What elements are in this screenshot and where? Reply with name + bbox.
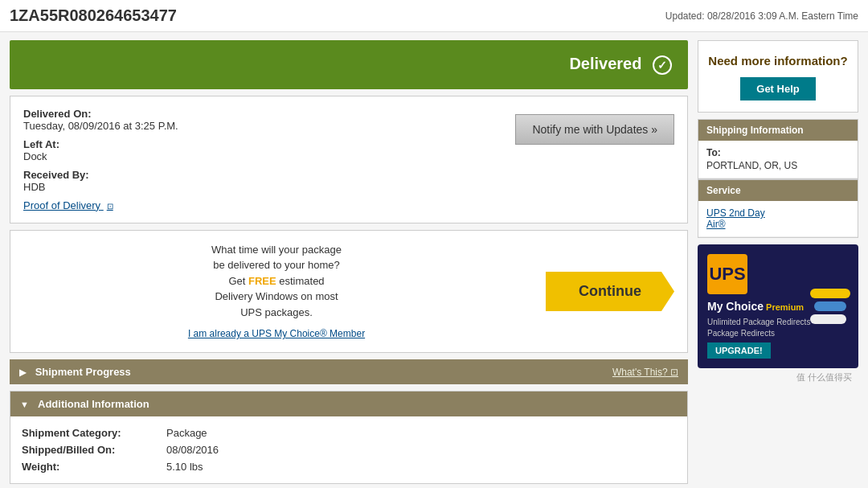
my-choice-member-link[interactable]: I am already a UPS My Choice® Member: [23, 326, 530, 341]
my-choice-title: My Choice: [707, 300, 764, 313]
promo-line6: UPS packages.: [240, 306, 313, 318]
promo-text: What time will your package be delivered…: [23, 242, 530, 342]
delivered-banner: Delivered ✓: [10, 40, 688, 89]
weight-value: 5.10 lbs: [166, 461, 203, 473]
delivery-info-left: Delivered On: Tuesday, 08/09/2016 at 3:2…: [23, 108, 499, 211]
to-value: PORTLAND, OR, US: [706, 160, 850, 171]
promo-line1: What time will your package: [211, 244, 342, 256]
delivered-status-text: Delivered: [569, 55, 641, 72]
additional-info-header[interactable]: ▼ Additional Information: [10, 392, 687, 416]
need-more-info-box: Need more information? Get Help: [698, 40, 858, 113]
notify-updates-button[interactable]: Notify me with Updates »: [515, 114, 674, 145]
external-link-icon: ⊡: [107, 202, 113, 211]
received-by-label: Received By:: [23, 169, 499, 181]
table-row: Shipment Category: Package: [22, 424, 676, 441]
additional-info-label: Additional Information: [38, 398, 149, 410]
shipment-category-value: Package: [166, 427, 207, 439]
delivered-on-value: Tuesday, 08/09/2016 at 3:25 P.M.: [23, 120, 499, 132]
expand-icon: ▼: [20, 400, 29, 409]
proof-of-delivery-link[interactable]: Proof of Delivery ⊡: [23, 199, 113, 211]
left-at-value: Dock: [23, 150, 499, 162]
watermark: 值 什么值得买: [698, 368, 858, 387]
weight-label: Weight:: [22, 461, 166, 473]
notify-btn-container: Notify me with Updates »: [515, 108, 674, 211]
upgrade-button[interactable]: UPGRADE!: [707, 342, 771, 359]
need-more-info-title: Need more information?: [708, 52, 848, 69]
service-section: Service UPS 2nd DayAir®: [698, 179, 858, 238]
additional-info-section: ▼ Additional Information Shipment Catego…: [10, 391, 688, 484]
arrow-white: [810, 314, 846, 324]
ups-ad-arrows: [810, 244, 858, 368]
continue-button[interactable]: Continue: [546, 272, 674, 311]
promo-line4: estimated: [276, 275, 325, 287]
shipping-info-header: Shipping Information: [698, 120, 858, 141]
table-row: Weight: 5.10 lbs: [22, 458, 676, 475]
arrow-yellow: [810, 289, 850, 298]
shipment-category-label: Shipment Category:: [22, 427, 166, 439]
table-row: Shipped/Billed On: 08/08/2016: [22, 441, 676, 458]
ups-logo-text: UPS: [709, 264, 745, 285]
top-bar: 1ZA55R080264653477 Updated: 08/28/2016 3…: [0, 0, 868, 32]
get-help-button[interactable]: Get Help: [740, 77, 815, 100]
main-layout: Delivered ✓ Delivered On: Tuesday, 08/09…: [0, 32, 868, 488]
shipment-progress-section: ▶ Shipment Progress What's This? ⊡: [10, 359, 688, 384]
service-link[interactable]: UPS 2nd DayAir®: [706, 207, 765, 230]
premium-label: Premium: [766, 302, 804, 312]
shipment-progress-left: ▶ Shipment Progress: [19, 366, 131, 378]
shipped-billed-label: Shipped/Billed On:: [22, 444, 166, 456]
tracking-number: 1ZA55R080264653477: [10, 6, 177, 25]
service-header: Service: [698, 180, 858, 201]
whats-this-link[interactable]: What's This? ⊡: [612, 367, 678, 378]
received-by-value: HDB: [23, 181, 499, 193]
add-info-table: Shipment Category: Package Shipped/Bille…: [10, 416, 687, 483]
free-text: FREE: [248, 275, 276, 287]
right-sidebar: Need more information? Get Help Shipping…: [698, 40, 858, 484]
additional-info-left: ▼ Additional Information: [20, 398, 149, 410]
updated-time: Updated: 08/28/2016 3:09 A.M. Eastern Ti…: [665, 10, 858, 22]
promo-box: What time will your package be delivered…: [10, 230, 688, 354]
promo-line5: Delivery Windows on most: [215, 290, 338, 302]
shipped-billed-value: 08/08/2016: [166, 444, 219, 456]
check-icon: ✓: [653, 55, 672, 75]
to-label: To:: [706, 147, 850, 158]
promo-line2: be delivered to your home?: [213, 259, 340, 271]
info-grid: Delivered On: Tuesday, 08/09/2016 at 3:2…: [23, 108, 674, 211]
left-panel: Delivered ✓ Delivered On: Tuesday, 08/09…: [10, 40, 688, 484]
ups-ad[interactable]: UPS My Choice Premium Unlimited Package …: [698, 244, 858, 368]
shipment-progress-header[interactable]: ▶ Shipment Progress What's This? ⊡: [10, 359, 688, 384]
promo-line3: Get: [228, 275, 248, 287]
service-body: UPS 2nd DayAir®: [698, 201, 858, 237]
shipping-info-body: To: PORTLAND, OR, US: [698, 141, 858, 178]
collapse-icon: ▶: [19, 367, 26, 377]
arrow-blue: [814, 301, 846, 311]
shipment-progress-label: Shipment Progress: [35, 366, 131, 378]
delivery-info-box: Delivered On: Tuesday, 08/09/2016 at 3:2…: [10, 96, 688, 223]
delivered-on-label: Delivered On:: [23, 108, 499, 120]
left-at-label: Left At:: [23, 138, 499, 150]
shipping-info-section: Shipping Information To: PORTLAND, OR, U…: [698, 119, 858, 179]
ups-shield-logo: UPS: [707, 254, 747, 294]
